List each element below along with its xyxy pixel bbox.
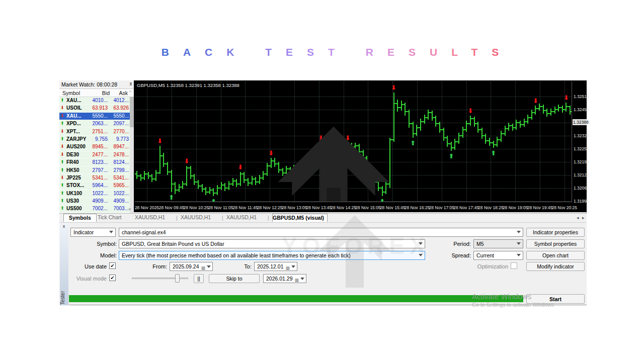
backtest-progress-bar <box>69 295 523 302</box>
bar-open-tick <box>533 112 535 113</box>
bar-open-tick <box>461 135 462 136</box>
modify-indicator-button[interactable]: Modify indicator <box>526 262 585 271</box>
market-watch-row[interactable]: ⬆ZARJPY9.7559.773 <box>59 136 130 143</box>
symbol-value: GBPUSD, Great Britain Pound vs US Dollar <box>122 241 224 247</box>
pause-button[interactable]: || <box>194 274 204 283</box>
use-date-checkbox[interactable]: ✔ <box>109 262 116 269</box>
bar-open-tick <box>492 142 493 143</box>
symbol-select[interactable]: GBPUSD, Great Britain Pound vs US Dollar <box>119 239 425 248</box>
bar-open-tick <box>392 139 393 140</box>
market-watch-row[interactable]: ⬆US5007002...7003... <box>59 205 130 213</box>
chart-tab-0[interactable]: XAUUSD,H1 <box>135 214 174 222</box>
chart-plot-area[interactable]: ⬇⬇⬇⬇⬇⬇⬇⬇⬇⬇⬆⬆⬆⬆⬆⬆⬆ <box>135 81 572 202</box>
from-label: From: <box>146 263 167 269</box>
backtest-progress-fill <box>69 295 523 302</box>
skip-to-button[interactable]: Skip to <box>209 274 260 283</box>
market-watch-row[interactable]: ⬆US304909...4909... <box>59 198 130 205</box>
tester-vertical-label[interactable]: Tester <box>60 280 68 305</box>
market-watch-row[interactable]: ⬇DE302477...2478... <box>59 151 130 159</box>
screenshot-canvas: BACK TEST RESULTS Market Watch: 08:00:28… <box>0 0 644 362</box>
column-header-bid[interactable]: Bid <box>102 89 110 97</box>
bar-open-tick <box>541 106 543 107</box>
price-bar <box>420 119 421 131</box>
price-bar <box>194 174 195 185</box>
period-label: Period: <box>438 241 471 247</box>
market-watch-tabs: SymbolsTick Chart <box>61 213 132 222</box>
market-watch-tab-tick-chart[interactable]: Tick Chart <box>93 214 126 222</box>
title-letter: S <box>307 46 328 58</box>
market-watch-row[interactable]: ⬇XAU...5550...5550... <box>59 113 130 120</box>
price-bar <box>209 187 210 194</box>
market-watch-row[interactable]: ⬆STOX...5964...5965... <box>59 182 130 190</box>
close-icon[interactable]: x <box>61 224 67 230</box>
market-watch-row[interactable]: ⬆HK502797...2799... <box>59 167 130 174</box>
market-watch-row[interactable]: ⬆XAU...4010...4012... <box>59 97 130 105</box>
price-bar <box>481 128 482 139</box>
visual-speed-slider-handle[interactable] <box>175 274 180 283</box>
bar-open-tick <box>215 193 217 194</box>
market-watch-row[interactable]: ⬆FR408123...8124... <box>59 159 130 166</box>
ask-cell: 4909... <box>113 198 129 204</box>
bid-cell: 2797... <box>92 167 108 173</box>
bar-open-tick <box>476 123 477 124</box>
skip-date-field[interactable]: 2026.01.29 ▦ <box>263 274 306 283</box>
close-icon[interactable]: x <box>128 81 134 88</box>
price-bar <box>397 100 398 112</box>
ask-cell: 2799... <box>113 167 129 173</box>
market-watch-row[interactable]: ⬆XPD...2063...2097... <box>59 120 130 128</box>
tester-mode-select[interactable]: Indicator <box>70 228 116 237</box>
visual-speed-slider-track[interactable] <box>132 278 188 279</box>
bar-open-tick <box>223 185 224 186</box>
price-bar <box>424 115 425 124</box>
indicator-file-select[interactable]: channel-signal.ex4 <box>119 228 523 237</box>
symbol-cell: XAU... <box>66 113 81 119</box>
period-select[interactable]: M5 <box>473 239 523 248</box>
market-watch-row[interactable]: ⬇XPT...2751...2770... <box>59 128 130 136</box>
chart-tab-2[interactable]: XAUUSD,H1 <box>226 214 266 222</box>
bar-open-tick <box>442 129 443 130</box>
price-bar <box>159 146 160 174</box>
chart-tab-1[interactable]: XAUUSD,H1 <box>181 214 220 222</box>
time-gridline <box>466 81 467 202</box>
model-select[interactable]: Every tick (the most precise method base… <box>119 251 425 260</box>
arrow-down-icon: ⬇ <box>60 175 64 180</box>
price-bar <box>535 106 536 115</box>
price-bar <box>167 162 168 175</box>
tab-scroll-left-icon[interactable]: ◂ <box>577 215 579 220</box>
price-gridline <box>135 110 572 110</box>
arrow-up-icon: ⬆ <box>60 136 64 141</box>
open-chart-button[interactable]: Open chart <box>526 251 585 260</box>
to-date-field[interactable]: 2025.12.01 ▦ <box>254 262 297 271</box>
title-letter: E <box>286 46 307 58</box>
market-watch-row[interactable]: ⬇AUS2008945...8947... <box>59 143 130 151</box>
scroll-up-icon[interactable]: ^ <box>129 89 131 94</box>
visual-mode-checkbox[interactable]: ✔ <box>109 275 116 281</box>
market-watch-tab-symbols[interactable]: Symbols <box>63 214 97 222</box>
title-letter: E <box>387 46 409 58</box>
market-watch-row[interactable]: ⬇JP2255341...5341... <box>59 174 130 182</box>
sell-signal-arrow-icon: ⬇ <box>466 107 474 115</box>
price-axis-label: 1.32125 <box>574 172 589 177</box>
price-bar <box>570 106 571 115</box>
optimization-checkbox[interactable] <box>511 262 517 269</box>
market-watch-row[interactable]: ⬆UK1001022...1022... <box>59 190 130 198</box>
price-bar <box>171 170 172 192</box>
symbol-properties-button[interactable]: Symbol properties <box>526 239 585 248</box>
tab-scroll-right-icon[interactable]: ▸ <box>582 215 585 220</box>
price-bar <box>439 122 440 133</box>
bar-open-tick <box>162 155 163 156</box>
bar-open-tick <box>549 113 550 114</box>
market-watch-scrollbar-thumb[interactable] <box>130 97 134 127</box>
bar-open-tick <box>522 124 524 125</box>
market-watch-row[interactable]: ⬇USOIL63.91363.926 <box>59 105 130 112</box>
spread-select[interactable]: Current <box>473 251 523 260</box>
indicator-properties-button[interactable]: Indicator properties <box>526 228 585 237</box>
arrow-down-icon: ⬇ <box>60 152 64 157</box>
price-axis-label: 1.31995 <box>574 199 589 204</box>
from-date-field[interactable]: 2025.09.24 ▦ <box>170 262 213 271</box>
chart-tab-3[interactable]: GBPUSD,M5 (visual) <box>272 214 328 222</box>
bar-open-tick <box>503 133 505 134</box>
price-bar <box>405 103 406 116</box>
column-header-ask[interactable]: Ask <box>119 89 128 97</box>
column-header-symbol[interactable]: Symbol <box>62 89 80 97</box>
